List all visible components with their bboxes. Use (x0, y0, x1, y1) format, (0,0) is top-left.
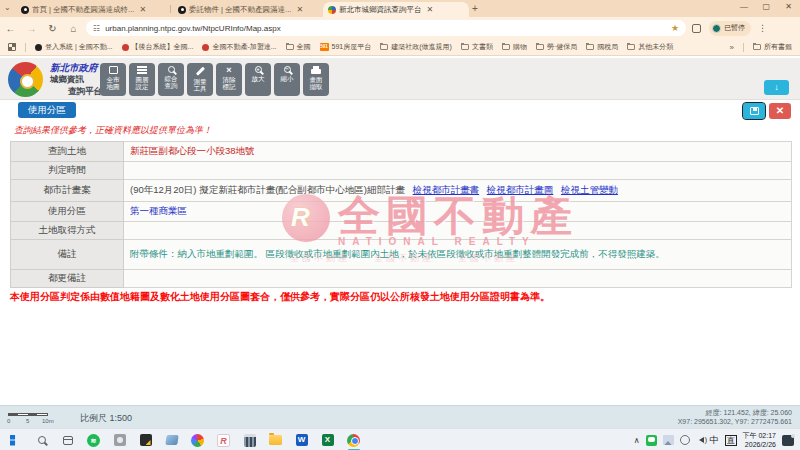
view-plan-doc-link[interactable]: 檢視都市計畫書 (413, 184, 480, 195)
ime-language-indicator[interactable]: 中 (710, 434, 719, 447)
button-label: 清除標記 (222, 76, 236, 90)
site-settings-icon[interactable]: ☷ (93, 24, 100, 33)
browser-tab-1[interactable]: 首頁 | 全國不動產圓滿達成特... ✕ (16, 2, 168, 17)
photos-button[interactable] (190, 433, 205, 448)
taskbar-clock[interactable]: 下午 02:17 2026/2/26 (743, 431, 776, 449)
word-button[interactable]: W (294, 433, 309, 448)
all-bookmarks[interactable]: 所有書籤 (753, 42, 792, 52)
tray-expand-icon[interactable]: ∧ (634, 436, 640, 445)
coordinates-readout: 經度: 121.452, 緯度: 25.060 X97: 295651.302,… (678, 408, 792, 426)
table-row: 判定時間 (11, 162, 792, 180)
taskbar-search-button[interactable] (34, 433, 49, 448)
site-icon (35, 44, 42, 51)
bookmark-label: 全國 (297, 42, 311, 52)
zone-usage-tab[interactable]: 使用分區 (18, 102, 76, 118)
zoom-out-button[interactable]: −縮小 (274, 63, 300, 96)
zone-type-value[interactable]: 第一種商業區 (130, 205, 187, 216)
view-plan-map-link[interactable]: 檢視都市計畫圖 (487, 184, 554, 195)
reload-icon[interactable]: ↻ (42, 23, 63, 34)
table-row: 查詢土地 新莊區副都心段一小段38地號 (11, 142, 792, 162)
status-ring-icon[interactable] (680, 435, 690, 445)
notes-app-button[interactable] (138, 433, 153, 448)
browser-tab-3-active[interactable]: 新北市城鄉資訊查詢平台 ✕ (323, 2, 469, 17)
bookmark-item[interactable]: 全國不動產-加盟達... (202, 42, 276, 52)
site-icon (122, 44, 129, 51)
row-label: 都市計畫案 (11, 180, 124, 202)
ime-mode-indicator[interactable]: 直 (725, 435, 737, 446)
new-tab-button[interactable]: + (472, 3, 478, 14)
chrome-icon (347, 434, 360, 447)
profile-chip[interactable]: 已暫停 (709, 21, 751, 36)
back-icon[interactable]: ← (0, 23, 21, 34)
view-landuse-change-link[interactable]: 檢視土管變動 (561, 184, 618, 195)
excel-button[interactable]: X (320, 433, 335, 448)
site-favicon (328, 6, 336, 14)
start-button[interactable] (8, 433, 23, 448)
layers-button[interactable]: 圖層設定 (129, 63, 155, 96)
bottom-disclaimer-note: 本使用分區判定係由數值地籍圖及數化土地使用分區圖套合，僅供參考，實際分區仍以公所… (10, 290, 550, 304)
national-realty-app-button[interactable]: R (216, 433, 231, 448)
site-icon (202, 44, 209, 51)
extensions-icon[interactable] (692, 24, 701, 33)
bookmark-label: 國稅局 (597, 42, 618, 52)
taskbar-icons: ≋ R W X (8, 431, 361, 449)
bookmark-item[interactable]: 【後台系統】全國... (122, 42, 194, 52)
bookmark-item[interactable]: 登入系統 | 全國不動... (35, 42, 113, 52)
forward-icon[interactable]: → (21, 23, 42, 34)
zoom-in-button[interactable]: +放大 (245, 63, 271, 96)
system-tray: ∧ 中 直 下午 02:17 2026/2/26 (634, 430, 794, 450)
bookmark-folder[interactable]: 購物 (502, 42, 527, 52)
task-view-button[interactable] (60, 433, 75, 448)
file-explorer-button[interactable] (268, 433, 283, 448)
blue-app-button[interactable] (164, 433, 179, 448)
bookmarks-overflow-icon[interactable]: » (730, 43, 734, 52)
clear-marks-button[interactable]: ×清除標記 (216, 63, 242, 96)
panel-collapse-button[interactable]: ↓ (764, 80, 789, 95)
row-label: 土地取得方式 (11, 222, 124, 240)
close-icon[interactable]: ✕ (425, 5, 434, 14)
bookmark-folder[interactable]: 其他未分類 (627, 42, 673, 52)
screen-capture-button[interactable]: 畫面擷取 (303, 63, 329, 96)
apps-grid-icon[interactable] (8, 43, 16, 51)
chrome-button[interactable] (346, 433, 361, 448)
close-icon[interactable]: ✕ (294, 5, 303, 14)
menu-kebab-icon[interactable]: ⋮ (758, 23, 767, 33)
disclaimer-warning: 查詢結果僅供參考，正確資料應以提供單位為準！ (14, 124, 212, 137)
browser-tab-2[interactable]: 委託物件 | 全國不動產圓滿達... ✕ (173, 2, 321, 17)
photos-icon (191, 434, 204, 447)
spotify-button[interactable]: ≋ (86, 433, 101, 448)
picture-tray-icon[interactable] (663, 435, 674, 445)
bookmark-item[interactable]: 591591房屋平台 (320, 42, 372, 52)
bookmark-folder[interactable]: 全國 (286, 42, 311, 52)
calculator-button[interactable] (242, 433, 257, 448)
citymap-button[interactable]: 全市地圖 (100, 63, 126, 96)
bookmark-star-icon[interactable]: ★ (671, 23, 679, 33)
scale-tick: 10m (42, 418, 54, 424)
bookmark-folder[interactable]: 建築社政(做進規用) (380, 42, 452, 52)
measure-tools-button[interactable]: 測量工具 (187, 63, 213, 96)
folder-icon (286, 44, 294, 50)
search-icon (168, 66, 175, 73)
volume-icon[interactable] (696, 437, 704, 443)
address-bar[interactable]: ☷ urban.planning.ntpc.gov.tw/NtpcURInfo/… (86, 20, 686, 36)
row-label: 查詢土地 (11, 142, 124, 162)
combined-search-button[interactable]: 綜合查詢 (158, 63, 184, 96)
tab-search-chevron-icon[interactable]: ⌄ (4, 3, 11, 12)
bookmark-folder[interactable]: 文書類 (461, 42, 493, 52)
home-icon[interactable]: ⌂ (63, 23, 84, 34)
site-title-line3: 查詢平台 (68, 86, 102, 98)
url-text[interactable]: urban.planning.ntpc.gov.tw/NtpcURInfo/Ma… (105, 24, 666, 33)
map-status-bar: 0 5 10m 比例尺 1:500 經度: 121.452, 緯度: 25.06… (0, 405, 800, 428)
bookmark-folder[interactable]: 國稅局 (586, 42, 618, 52)
gray-app-button[interactable] (112, 433, 127, 448)
bookmark-folder[interactable]: 勞·健保局 (536, 42, 577, 52)
line-app-icon[interactable] (646, 435, 657, 446)
save-result-button[interactable] (743, 103, 765, 119)
close-panel-button[interactable]: ✕ (769, 103, 791, 119)
notifications-icon[interactable] (782, 435, 794, 446)
close-icon[interactable]: ✕ (137, 5, 146, 14)
maximize-button[interactable]: ▢ (762, 2, 770, 11)
minimize-button[interactable]: — (740, 2, 748, 11)
button-label: 測量工具 (193, 78, 207, 92)
close-window-button[interactable]: ✕ (785, 2, 792, 11)
